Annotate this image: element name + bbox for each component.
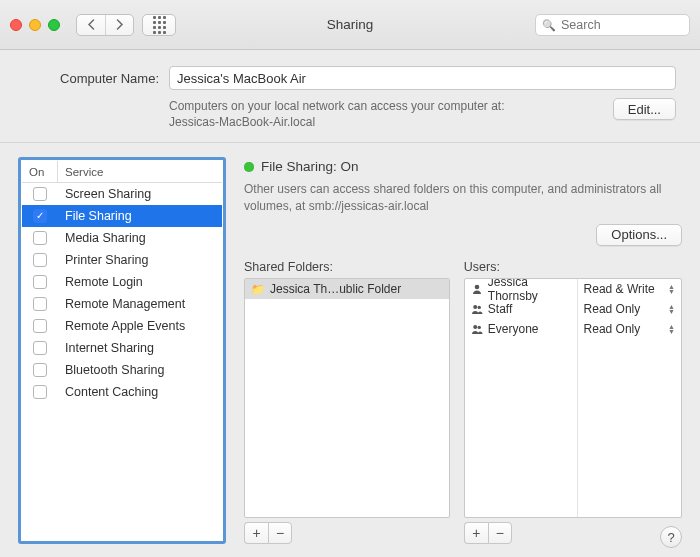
shared-folder-item[interactable]: Jessica Th…ublic Folder bbox=[245, 279, 449, 299]
main-panel: On Service Screen SharingFile SharingMed… bbox=[0, 143, 700, 557]
permission-stepper[interactable]: ▲▼ bbox=[668, 324, 675, 334]
add-shared-folder-button[interactable]: + bbox=[244, 522, 268, 544]
service-label: Printer Sharing bbox=[58, 253, 148, 267]
service-checkbox[interactable] bbox=[33, 253, 47, 267]
search-field[interactable] bbox=[535, 14, 690, 36]
close-window-button[interactable] bbox=[10, 19, 22, 31]
service-label: Media Sharing bbox=[58, 231, 146, 245]
service-checkbox[interactable] bbox=[33, 231, 47, 245]
service-checkbox[interactable] bbox=[33, 209, 47, 223]
service-row[interactable]: Screen Sharing bbox=[22, 183, 222, 205]
service-label: Remote Login bbox=[58, 275, 143, 289]
shared-folders-label: Shared Folders: bbox=[244, 260, 450, 274]
service-checkbox[interactable] bbox=[33, 297, 47, 311]
status-indicator bbox=[244, 162, 254, 172]
service-row[interactable]: Printer Sharing bbox=[22, 249, 222, 271]
col-header-service: Service bbox=[58, 166, 103, 178]
shared-folders-list[interactable]: Jessica Th…ublic Folder bbox=[244, 278, 450, 519]
show-all-prefs-button[interactable] bbox=[142, 14, 176, 36]
svg-point-4 bbox=[477, 325, 480, 328]
computer-name-field[interactable]: Jessica's MacBook Air bbox=[169, 66, 676, 90]
add-user-button[interactable]: + bbox=[464, 522, 488, 544]
forward-button[interactable] bbox=[105, 15, 133, 35]
folder-icon bbox=[251, 282, 265, 296]
service-label: Internet Sharing bbox=[58, 341, 154, 355]
service-checkbox[interactable] bbox=[33, 385, 47, 399]
svg-point-3 bbox=[473, 325, 477, 329]
service-label: Remote Apple Events bbox=[58, 319, 185, 333]
nav-back-forward bbox=[76, 14, 134, 36]
person-icon bbox=[471, 283, 483, 295]
back-button[interactable] bbox=[77, 15, 105, 35]
user-item[interactable]: Jessica Thornsby bbox=[465, 279, 577, 299]
traffic-lights bbox=[10, 19, 60, 31]
zoom-window-button[interactable] bbox=[48, 19, 60, 31]
service-checkbox[interactable] bbox=[33, 275, 47, 289]
service-checkbox[interactable] bbox=[33, 341, 47, 355]
service-checkbox[interactable] bbox=[33, 187, 47, 201]
permission-item[interactable]: Read & Write▲▼ bbox=[578, 279, 681, 299]
permission-stepper[interactable]: ▲▼ bbox=[668, 284, 675, 294]
service-row[interactable]: Media Sharing bbox=[22, 227, 222, 249]
shared-folders-column: Shared Folders: Jessica Th…ublic Folder … bbox=[244, 260, 450, 545]
service-row[interactable]: Internet Sharing bbox=[22, 337, 222, 359]
edit-hostname-button[interactable]: Edit... bbox=[613, 98, 676, 120]
people-icon bbox=[471, 303, 483, 315]
remove-shared-folder-button[interactable]: − bbox=[268, 522, 292, 544]
computer-name-section: Computer Name: Jessica's MacBook Air Com… bbox=[0, 50, 700, 143]
computer-name-label: Computer Name: bbox=[24, 71, 159, 86]
users-addremove: + − bbox=[464, 522, 682, 544]
svg-point-0 bbox=[475, 284, 480, 289]
permission-stepper[interactable]: ▲▼ bbox=[668, 304, 675, 314]
service-row[interactable]: Bluetooth Sharing bbox=[22, 359, 222, 381]
service-label: Remote Management bbox=[58, 297, 185, 311]
users-permissions-list: Jessica ThornsbyStaffEveryone Read & Wri… bbox=[464, 278, 682, 519]
options-button[interactable]: Options... bbox=[596, 224, 682, 246]
users-label: Users: bbox=[464, 260, 682, 274]
permission-item[interactable]: Read Only▲▼ bbox=[578, 299, 681, 319]
permission-item[interactable]: Read Only▲▼ bbox=[578, 319, 681, 339]
service-label: File Sharing bbox=[58, 209, 132, 223]
service-label: Content Caching bbox=[58, 385, 158, 399]
service-checkbox[interactable] bbox=[33, 363, 47, 377]
svg-point-2 bbox=[477, 305, 480, 308]
service-label: Bluetooth Sharing bbox=[58, 363, 164, 377]
window-titlebar: Sharing bbox=[0, 0, 700, 50]
service-row[interactable]: Content Caching bbox=[22, 381, 222, 403]
users-list[interactable]: Jessica ThornsbyStaffEveryone bbox=[465, 279, 578, 518]
help-button[interactable]: ? bbox=[660, 526, 682, 548]
grid-icon bbox=[153, 16, 166, 34]
status-description: Other users can access shared folders on… bbox=[244, 181, 682, 213]
service-row[interactable]: Remote Login bbox=[22, 271, 222, 293]
service-detail: File Sharing: On Other users can access … bbox=[244, 157, 682, 544]
people-icon bbox=[471, 323, 483, 335]
service-list-header: On Service bbox=[22, 161, 222, 183]
service-row[interactable]: Remote Apple Events bbox=[22, 315, 222, 337]
service-row[interactable]: Remote Management bbox=[22, 293, 222, 315]
status-title: File Sharing: On bbox=[261, 159, 359, 174]
service-checkbox[interactable] bbox=[33, 319, 47, 333]
col-header-on: On bbox=[22, 161, 58, 182]
computer-name-desc: Computers on your local network can acce… bbox=[169, 98, 504, 130]
service-row[interactable]: File Sharing bbox=[22, 205, 222, 227]
search-icon bbox=[542, 17, 556, 32]
permissions-list[interactable]: Read & Write▲▼Read Only▲▼Read Only▲▼ bbox=[578, 279, 681, 518]
minimize-window-button[interactable] bbox=[29, 19, 41, 31]
user-item[interactable]: Everyone bbox=[465, 319, 577, 339]
users-column: Users: Jessica ThornsbyStaffEveryone Rea… bbox=[464, 260, 682, 545]
shared-folders-addremove: + − bbox=[244, 522, 450, 544]
service-label: Screen Sharing bbox=[58, 187, 151, 201]
svg-point-1 bbox=[473, 305, 477, 309]
service-list[interactable]: On Service Screen SharingFile SharingMed… bbox=[18, 157, 226, 544]
remove-user-button[interactable]: − bbox=[488, 522, 512, 544]
search-input[interactable] bbox=[561, 18, 683, 32]
